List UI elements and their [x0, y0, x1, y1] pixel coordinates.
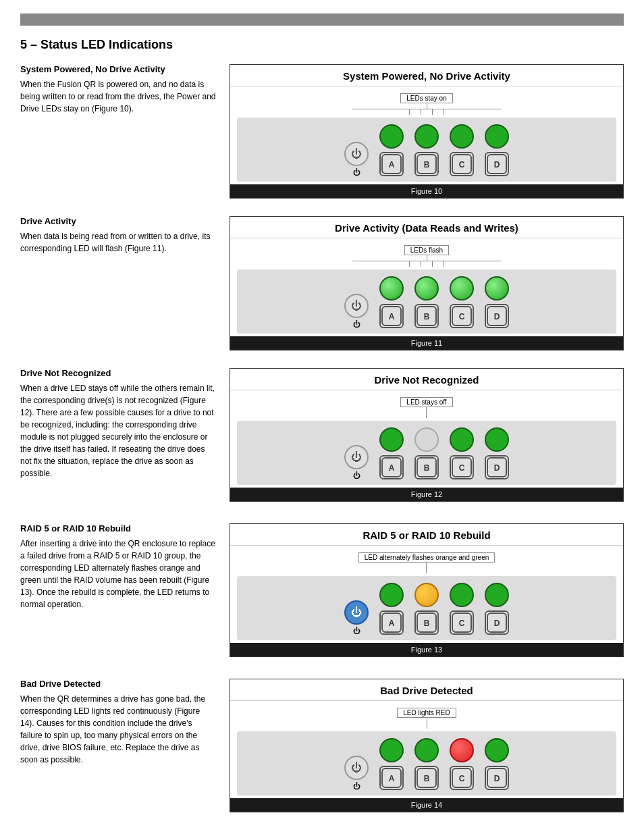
callout-label-2: LEDs flash	[404, 245, 449, 255]
led-a-1: A	[379, 124, 404, 176]
led-b-4: B	[414, 583, 439, 635]
callout-label-3: LED stays off	[400, 397, 452, 407]
diagram-drive-not-recognized: Drive Not Recognized LED stays off	[230, 368, 624, 513]
led-a-3: A	[379, 427, 404, 479]
callout-label-5: LED lights RED	[397, 708, 456, 718]
led-b-3: B	[414, 427, 439, 479]
svg-text:D: D	[494, 160, 500, 170]
diagram-header-2: Drive Activity (Data Reads and Writes)	[230, 217, 623, 238]
leds-row-1: ⏻ ⏻ A	[237, 118, 616, 182]
content-area: System Powered, No Drive Activity When t…	[20, 64, 624, 830]
diagram-body-1: LEDs stay on	[230, 86, 623, 184]
led-c-3: C	[450, 427, 474, 479]
svg-text:A: A	[389, 160, 395, 170]
diagram-bad-drive: Bad Drive Detected LED lights RED ⏻	[230, 679, 624, 823]
led-power-1: ⏻ ⏻	[344, 142, 369, 176]
left-raid-rebuild: RAID 5 or RAID 10 Rebuild After insertin…	[20, 523, 230, 610]
svg-text:C: C	[459, 312, 465, 321]
title-system-powered: System Powered, No Drive Activity	[20, 64, 216, 74]
left-drive-not-recognized: Drive Not Recognized When a drive LED st…	[20, 368, 230, 479]
title-drive-not-recognized: Drive Not Recognized	[20, 368, 216, 378]
svg-text:D: D	[494, 774, 500, 783]
led-d-2: D	[485, 276, 509, 328]
leds-row-5: ⏻ ⏻ A	[237, 731, 616, 796]
figure-2: Figure 11	[230, 336, 623, 350]
svg-text:B: B	[424, 312, 430, 321]
svg-text:C: C	[459, 463, 465, 473]
row-system-powered: System Powered, No Drive Activity When t…	[20, 64, 624, 209]
body-bad-drive: When the QR determines a drive has gone …	[20, 693, 216, 766]
led-c-4: C	[450, 583, 474, 635]
diagram-header-1: System Powered, No Drive Activity	[230, 65, 623, 86]
figure-3: Figure 12	[230, 488, 623, 501]
led-power-2: ⏻ ⏻	[344, 294, 369, 328]
led-d-1: D	[485, 124, 509, 176]
led-a-4: A	[379, 583, 404, 635]
leds-row-2: ⏻ ⏻ A	[237, 269, 616, 334]
led-power-5: ⏻ ⏻	[344, 756, 369, 790]
page: 5 – Status LED Indications System Powere…	[0, 0, 644, 834]
led-d-4: D	[485, 583, 509, 635]
led-d-5: D	[485, 738, 509, 790]
top-bar	[20, 14, 624, 26]
led-c-2: C	[450, 276, 474, 328]
svg-text:B: B	[424, 619, 430, 628]
row-drive-not-recognized: Drive Not Recognized When a drive LED st…	[20, 368, 624, 517]
led-c-5: C	[450, 738, 474, 790]
led-b-1: B	[414, 124, 439, 176]
leds-row-4: ⏻ ⏻ A	[237, 576, 616, 640]
body-raid-rebuild: After inserting a drive into the QR encl…	[20, 538, 216, 610]
diagram-header-4: RAID 5 or RAID 10 Rebuild	[230, 524, 623, 546]
section-title: 5 – Status LED Indications	[20, 38, 624, 52]
figure-4: Figure 13	[230, 643, 623, 656]
svg-text:C: C	[459, 619, 465, 628]
row-drive-activity: Drive Activity When data is being read f…	[20, 216, 624, 361]
body-drive-activity: When data is being read from or written …	[20, 230, 216, 255]
body-drive-not-recognized: When a drive LED stays off while the oth…	[20, 382, 216, 479]
svg-text:B: B	[424, 463, 430, 473]
title-raid-rebuild: RAID 5 or RAID 10 Rebuild	[20, 523, 216, 533]
left-drive-activity: Drive Activity When data is being read f…	[20, 216, 230, 255]
body-system-powered: When the Fusion QR is powered on, and no…	[20, 78, 216, 115]
led-b-5: B	[414, 738, 439, 790]
callout-label-4: LED alternately flashes orange and green	[358, 552, 495, 563]
diagram-body-5: LED lights RED ⏻ ⏻	[230, 701, 623, 798]
row-raid-rebuild: RAID 5 or RAID 10 Rebuild After insertin…	[20, 523, 624, 672]
svg-text:A: A	[389, 312, 395, 321]
left-bad-drive: Bad Drive Detected When the QR determine…	[20, 679, 230, 766]
svg-text:A: A	[389, 463, 395, 473]
diagram-raid-rebuild: RAID 5 or RAID 10 Rebuild LED alternatel…	[230, 523, 624, 668]
diagram-body-2: LEDs flash	[230, 238, 623, 336]
svg-text:A: A	[389, 619, 395, 628]
svg-text:B: B	[424, 160, 430, 170]
led-c-1: C	[450, 124, 474, 176]
diagram-body-4: LED alternately flashes orange and green…	[230, 546, 623, 643]
svg-text:B: B	[424, 774, 430, 783]
svg-text:D: D	[494, 619, 500, 628]
diagram-header-5: Bad Drive Detected	[230, 679, 623, 701]
svg-text:C: C	[459, 160, 465, 170]
row-bad-drive: Bad Drive Detected When the QR determine…	[20, 679, 624, 823]
led-power-4: ⏻ ⏻	[344, 600, 369, 635]
svg-text:C: C	[459, 774, 465, 783]
led-power-3: ⏻ ⏻	[344, 445, 369, 479]
left-system-powered: System Powered, No Drive Activity When t…	[20, 64, 230, 115]
title-drive-activity: Drive Activity	[20, 216, 216, 226]
figure-1: Figure 10	[230, 184, 623, 198]
led-d-3: D	[485, 427, 509, 479]
title-bad-drive: Bad Drive Detected	[20, 679, 216, 689]
led-a-5: A	[379, 738, 404, 790]
svg-text:A: A	[389, 774, 395, 783]
figure-5: Figure 14	[230, 798, 623, 812]
diagram-system-powered: System Powered, No Drive Activity LEDs s…	[230, 64, 624, 209]
diagram-body-3: LED stays off ⏻ ⏻	[230, 390, 623, 488]
led-a-2: A	[379, 276, 404, 328]
leds-row-3: ⏻ ⏻ A	[237, 421, 616, 485]
diagram-header-3: Drive Not Recognized	[230, 369, 623, 390]
diagram-drive-activity: Drive Activity (Data Reads and Writes) L…	[230, 216, 624, 361]
led-b-2: B	[414, 276, 439, 328]
callout-label-1: LEDs stay on	[400, 93, 452, 103]
svg-text:D: D	[494, 463, 500, 473]
svg-text:D: D	[494, 312, 500, 321]
